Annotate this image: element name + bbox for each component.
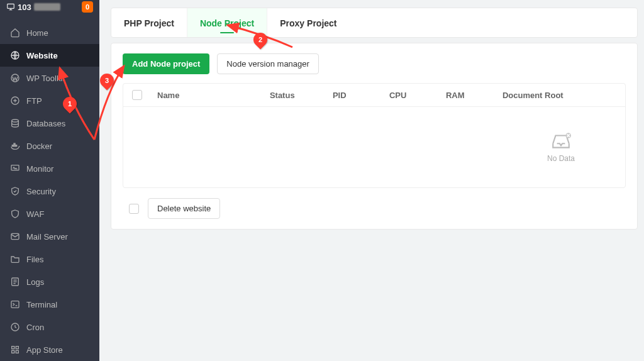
annotation-arrows bbox=[0, 0, 644, 361]
app-root: 103 0 Home Website WP Toolkit FTP bbox=[0, 0, 644, 361]
